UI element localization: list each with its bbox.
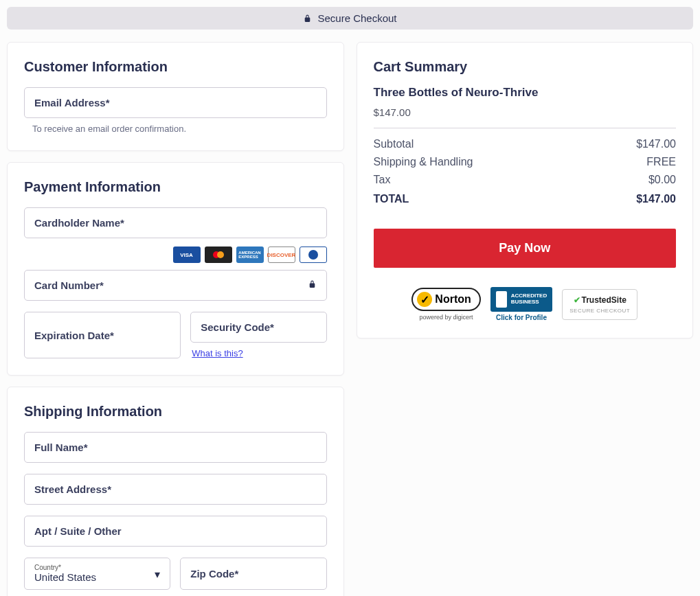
secure-checkout-text: Secure Checkout (317, 12, 396, 24)
trust-badges-row: ✓ Norton powered by digicert ACCREDITEDB… (374, 287, 677, 321)
tax-value: $0.00 (648, 174, 676, 186)
product-price: $147.00 (374, 106, 677, 118)
tax-line: Tax $0.00 (374, 174, 677, 186)
trustedsite-sub: SECURE CHECKOUT (569, 308, 630, 314)
apt-placeholder: Apt / Suite / Other (34, 525, 122, 537)
norton-badge[interactable]: ✓ Norton powered by digicert (411, 288, 480, 321)
street-placeholder: Street Address* (34, 483, 111, 495)
customer-info-title: Customer Information (24, 59, 327, 75)
bbb-badge[interactable]: ACCREDITEDBUSINESS Click for Profile (490, 287, 552, 321)
expiration-placeholder: Expiration Date* (34, 330, 114, 341)
cart-summary-card: Cart Summary Three Bottles of Neuro-Thri… (357, 42, 694, 339)
payment-info-title: Payment Information (24, 179, 327, 195)
country-label: Country* (34, 564, 160, 571)
total-value: $147.00 (636, 193, 676, 205)
shipping-label: Shipping & Handling (374, 156, 473, 168)
card-lock-icon (308, 279, 317, 291)
shipping-value: FREE (646, 156, 676, 168)
norton-sub: powered by digicert (420, 314, 473, 321)
cardholder-name-field[interactable]: Cardholder Name* (24, 207, 327, 238)
mastercard-icon (205, 247, 232, 263)
security-code-placeholder: Security Code* (201, 321, 274, 333)
fullname-field[interactable]: Full Name* (24, 432, 327, 463)
shipping-line: Shipping & Handling FREE (374, 156, 677, 168)
customer-info-card: Customer Information Email Address* To r… (7, 42, 344, 151)
total-label: TOTAL (374, 193, 409, 205)
check-icon: ✔ (574, 295, 580, 305)
trustedsite-title: TrustedSite (582, 295, 626, 305)
country-value: United States (34, 571, 96, 583)
product-name: Three Bottles of Neuro-Thrive (374, 86, 677, 100)
amex-icon: AMERICANEXPRESS (236, 247, 264, 263)
what-is-this-link[interactable]: What is this? (192, 348, 326, 358)
bbb-torch-icon (496, 291, 507, 308)
visa-icon: VISA (173, 247, 201, 263)
total-line: TOTAL $147.00 (374, 193, 677, 205)
street-address-field[interactable]: Street Address* (24, 474, 327, 505)
subtotal-value: $147.00 (636, 138, 676, 150)
email-placeholder: Email Address* (34, 97, 110, 108)
norton-check-icon: ✓ (417, 292, 432, 307)
payment-info-card: Payment Information Cardholder Name* VIS… (7, 162, 344, 376)
expiration-field[interactable]: Expiration Date* (24, 312, 181, 358)
card-number-field[interactable]: Card Number* (24, 270, 327, 301)
shipping-info-title: Shipping Information (24, 404, 327, 420)
email-field[interactable]: Email Address* (24, 87, 327, 118)
email-helper: To receive an email order confirmation. (32, 124, 326, 134)
norton-name: Norton (435, 293, 471, 306)
subtotal-line: Subtotal $147.00 (374, 138, 677, 150)
chevron-down-icon: ▾ (155, 567, 160, 580)
cardholder-placeholder: Cardholder Name* (34, 217, 124, 229)
diners-club-icon (300, 247, 327, 263)
shipping-info-card: Shipping Information Full Name* Street A… (7, 387, 344, 596)
security-code-field[interactable]: Security Code* (190, 312, 326, 343)
divider (374, 128, 677, 128)
fullname-placeholder: Full Name* (34, 442, 88, 453)
discover-icon: DISCOVER (268, 247, 295, 263)
zip-placeholder: Zip Code* (190, 568, 238, 580)
lock-icon (303, 14, 312, 23)
cart-summary-title: Cart Summary (374, 59, 677, 75)
secure-checkout-banner: Secure Checkout (7, 7, 693, 30)
trustedsite-badge[interactable]: ✔TrustedSite SECURE CHECKOUT (562, 289, 637, 320)
apt-suite-field[interactable]: Apt / Suite / Other (24, 516, 327, 547)
country-select[interactable]: Country* United States ▾ (24, 558, 170, 590)
zip-code-field[interactable]: Zip Code* (180, 558, 326, 590)
card-logos-row: VISA AMERICANEXPRESS DISCOVER (24, 247, 327, 263)
tax-label: Tax (374, 174, 391, 186)
card-number-placeholder: Card Number* (34, 279, 104, 291)
pay-now-button[interactable]: Pay Now (374, 229, 677, 268)
bbb-click-profile: Click for Profile (496, 314, 547, 321)
subtotal-label: Subtotal (374, 138, 414, 150)
